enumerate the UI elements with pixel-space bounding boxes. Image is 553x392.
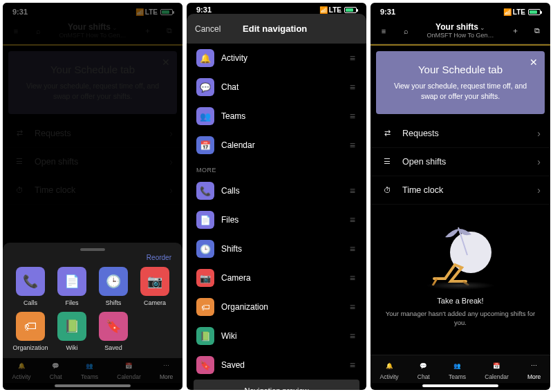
network-label: LTE — [513, 8, 525, 16]
drag-handle-icon[interactable]: ≡ — [350, 53, 357, 64]
close-icon[interactable]: ✕ — [162, 57, 170, 68]
join-icon[interactable]: ⧉ — [531, 25, 543, 37]
reorder-link[interactable]: Reorder — [7, 254, 178, 264]
tab-more[interactable]: ⋯More — [527, 360, 541, 380]
files-icon: 📄 — [196, 211, 214, 229]
calls-icon: 📞 — [16, 267, 45, 296]
nav-row-files[interactable]: 📄Files≡ — [194, 205, 359, 234]
tile-organization[interactable]: 🏷Organization — [10, 312, 51, 351]
header-title[interactable]: Your shifts — [435, 22, 478, 32]
home-indicator[interactable] — [422, 384, 498, 387]
tab-activity[interactable]: 🔔Activity — [380, 360, 399, 380]
drag-handle-icon[interactable]: ≡ — [350, 111, 357, 122]
sheet-handle[interactable] — [80, 248, 105, 251]
tab-label: Calendar — [485, 373, 509, 380]
status-time: 9:31 — [12, 8, 28, 16]
wiki-icon: 📗 — [57, 312, 86, 341]
drag-handle-icon[interactable]: ≡ — [350, 272, 357, 283]
chat-icon: 💬 — [420, 360, 427, 372]
nav-row-chat[interactable]: 💬Chat≡ — [194, 73, 359, 102]
signal-icon: 📶 — [135, 8, 144, 16]
nav-row-label: Camera — [221, 273, 343, 283]
edit-nav-title: Edit navigation — [243, 24, 307, 34]
tile-files[interactable]: 📄Files — [51, 267, 93, 306]
tab-label: Activity — [380, 373, 399, 380]
chevron-down-icon[interactable]: ⌄ — [480, 24, 485, 31]
chevron-right-icon: › — [537, 185, 541, 196]
navigation-preview-button[interactable]: Navigation preview — [194, 380, 359, 390]
screen-schedule-empty: 9:31 📶 LTE ≡ ⌕ Your shifts⌄ OnMSFT How T… — [371, 3, 550, 390]
banner-body: View your schedule, request time off, an… — [18, 81, 167, 101]
tile-camera[interactable]: 📷Camera — [134, 267, 176, 306]
tab-label: More — [160, 373, 173, 380]
openshifts-icon: ☰ — [380, 157, 394, 166]
search-icon[interactable]: ⌕ — [400, 25, 412, 37]
tab-more[interactable]: ⋯More — [160, 360, 173, 380]
hamburger-icon[interactable]: ≡ — [377, 25, 390, 37]
timeclock-icon: ⏱ — [12, 186, 26, 194]
chevron-down-icon[interactable]: ⌄ — [112, 24, 118, 31]
drag-handle-icon[interactable]: ≡ — [350, 243, 357, 254]
openshifts-icon: ☰ — [12, 157, 26, 166]
drag-handle-icon[interactable]: ≡ — [350, 140, 357, 151]
drag-handle-icon[interactable]: ≡ — [350, 214, 357, 225]
tab-activity[interactable]: 🔔Activity — [12, 360, 31, 380]
tab-chat[interactable]: 💬Chat — [50, 360, 62, 380]
tab-calendar[interactable]: 📅Calendar — [485, 360, 509, 380]
chevron-right-icon: › — [537, 156, 541, 167]
beach-illustration — [426, 232, 495, 287]
nav-row-calls[interactable]: 📞Calls≡ — [194, 176, 359, 205]
close-icon[interactable]: ✕ — [529, 57, 538, 68]
tile-shifts[interactable]: 🕒Shifts — [93, 267, 134, 306]
hamburger-icon[interactable]: ≡ — [10, 25, 22, 37]
dimmed-background: ≡ ⌕ Your shifts⌄ OnMSFT How To Gen… ＋ ⧉ … — [3, 18, 182, 205]
schedule-row-open-shifts[interactable]: ☰Open shifts› — [3, 148, 182, 176]
schedule-row-time-clock[interactable]: ⏱Time clock› — [371, 176, 550, 205]
nav-row-teams[interactable]: 👥Teams≡ — [194, 102, 359, 131]
nav-row-camera[interactable]: 📷Camera≡ — [194, 263, 359, 292]
nav-row-shifts[interactable]: 🕒Shifts≡ — [194, 234, 359, 263]
tile-label: Calls — [24, 299, 37, 306]
tab-teams[interactable]: 👥Teams — [449, 360, 466, 380]
activity-icon: 🔔 — [18, 360, 26, 372]
drag-handle-icon[interactable]: ≡ — [350, 330, 357, 342]
schedule-row-open-shifts[interactable]: ☰Open shifts› — [371, 148, 550, 176]
tab-teams[interactable]: 👥Teams — [81, 360, 98, 380]
add-icon[interactable]: ＋ — [509, 25, 521, 37]
home-indicator[interactable] — [55, 384, 131, 387]
schedule-row-requests[interactable]: ⇄Requests› — [3, 120, 182, 148]
empty-state: Take a Break! Your manager hasn't added … — [371, 205, 550, 355]
nav-row-organization[interactable]: 🏷Organization≡ — [194, 292, 359, 321]
tile-label: Files — [65, 299, 78, 306]
files-icon: 📄 — [57, 267, 86, 296]
nav-row-activity[interactable]: 🔔Activity≡ — [194, 44, 359, 73]
search-icon[interactable]: ⌕ — [32, 25, 44, 37]
tab-chat[interactable]: 💬Chat — [418, 360, 430, 380]
more-sheet: Reorder 📞Calls📄Files🕒Shifts📷Camera🏷Organ… — [3, 243, 182, 358]
header-subtitle: OnMSFT How To Gen… — [412, 32, 509, 39]
drag-handle-icon[interactable]: ≡ — [350, 360, 357, 371]
cancel-button[interactable]: Cancel — [195, 24, 221, 34]
tile-label: Saved — [104, 344, 122, 351]
tab-calendar[interactable]: 📅Calendar — [117, 360, 141, 380]
chevron-right-icon: › — [537, 128, 541, 139]
tile-saved[interactable]: 🔖Saved — [93, 312, 134, 351]
drag-handle-icon[interactable]: ≡ — [350, 185, 357, 196]
tile-calls[interactable]: 📞Calls — [10, 267, 51, 306]
nav-row-wiki[interactable]: 📗Wiki≡ — [194, 321, 359, 351]
schedule-row-requests[interactable]: ⇄Requests› — [371, 120, 550, 148]
accent-line — [371, 44, 550, 46]
nav-row-calendar[interactable]: 📅Calendar≡ — [194, 131, 359, 160]
tile-wiki[interactable]: 📗Wiki — [51, 312, 93, 351]
battery-icon — [344, 7, 357, 13]
nav-row-saved[interactable]: 🔖Saved≡ — [194, 351, 359, 380]
tab-label: More — [527, 373, 541, 380]
drag-handle-icon[interactable]: ≡ — [350, 82, 357, 93]
network-label: LTE — [145, 8, 158, 16]
schedule-row-time-clock[interactable]: ⏱Time clock› — [3, 176, 182, 205]
header-title[interactable]: Your shifts — [68, 22, 111, 32]
add-icon[interactable]: ＋ — [141, 25, 153, 37]
join-icon[interactable]: ⧉ — [163, 25, 176, 37]
battery-icon — [528, 9, 541, 15]
drag-handle-icon[interactable]: ≡ — [350, 301, 357, 312]
